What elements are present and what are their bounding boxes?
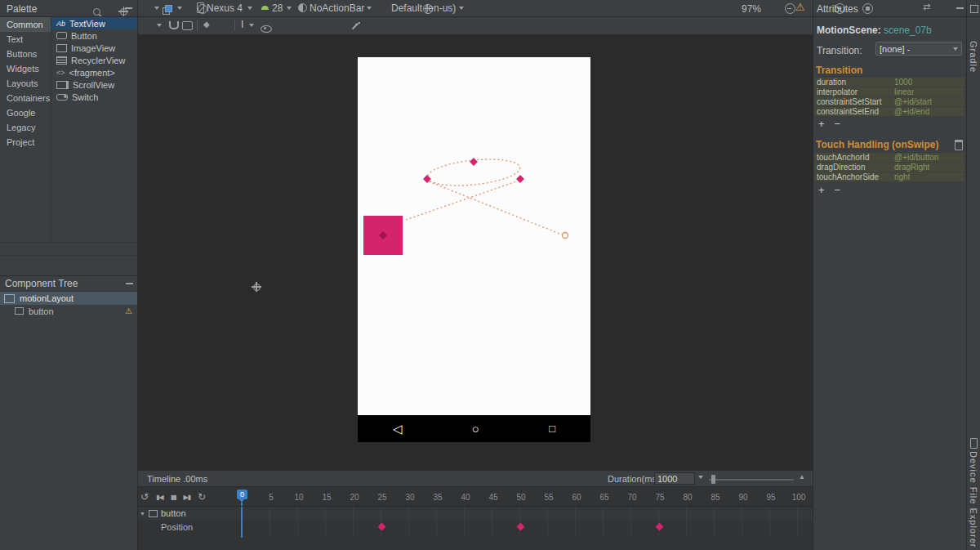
playhead-line[interactable] <box>241 503 243 538</box>
cycle-icon[interactable]: ↺ <box>140 491 149 503</box>
property-name: touchAnchorId <box>817 153 894 162</box>
palette-category-legacy[interactable]: Legacy <box>0 120 51 135</box>
loop-icon[interactable]: ↻ <box>198 491 206 503</box>
ruler-tick: 15 <box>318 493 336 502</box>
add-attribute-button[interactable]: + <box>818 118 825 130</box>
design-surface-caret-icon[interactable] <box>154 7 159 10</box>
slider-max-icon[interactable]: ▲ <box>799 473 805 481</box>
palette-search-icon[interactable] <box>93 8 100 16</box>
text-cursor-icon[interactable]: I <box>241 19 243 30</box>
property-row[interactable]: touchAnchorSide right <box>814 172 964 181</box>
property-value[interactable]: @+id/end <box>894 107 929 116</box>
palette-hide-icon[interactable] <box>125 7 132 9</box>
palette-item-fragment[interactable]: <> <fragment> <box>51 66 137 78</box>
device-file-explorer-tab[interactable]: Device File Explorer <box>969 451 978 548</box>
attributes-split-icon[interactable]: ⇄ <box>923 2 930 12</box>
create-keyframe-icon[interactable]: ◆ <box>203 20 210 29</box>
duration-label: Duration(ms) <box>608 474 660 484</box>
add-attribute-button[interactable]: + <box>818 184 825 196</box>
property-value[interactable]: @+id/button <box>894 153 938 162</box>
palette-category-containers[interactable]: Containers <box>0 91 51 105</box>
orientation-caret-icon[interactable] <box>177 7 182 10</box>
go-to-start-icon[interactable]: ▮◀ <box>156 494 163 501</box>
tree-warning-icon[interactable]: ⚠ <box>125 306 132 315</box>
autoconnect-icon[interactable] <box>169 21 179 29</box>
palette-item-imageview[interactable]: ImageView <box>51 42 137 54</box>
timeline-row-label: button <box>161 508 186 518</box>
duration-slider-thumb[interactable] <box>711 475 715 484</box>
go-to-end-icon[interactable]: ▶▮ <box>183 494 190 501</box>
device-selector[interactable]: Nexus 4 <box>207 2 243 14</box>
palette-item-switch[interactable]: Switch <box>51 91 137 103</box>
attributes-hide-icon[interactable] <box>956 7 964 9</box>
view-options-icon[interactable] <box>261 25 272 33</box>
gradle-tab[interactable]: Gradle <box>969 41 978 73</box>
nav-home-icon[interactable]: ○ <box>472 422 479 436</box>
palette-category-common[interactable]: Common <box>0 17 51 32</box>
view-options-caret-icon[interactable] <box>157 24 162 27</box>
remove-attribute-button[interactable]: − <box>835 118 841 130</box>
default-margins-icon[interactable] <box>182 21 193 30</box>
ruler-tick: 85 <box>706 493 724 502</box>
playhead-marker[interactable]: 0 <box>237 490 247 499</box>
duration-input[interactable] <box>654 472 695 485</box>
property-value[interactable]: dragRight <box>894 163 929 172</box>
device-caret-icon[interactable] <box>247 7 252 10</box>
zoom-to-fit-icon[interactable] <box>862 3 873 14</box>
motionscene-value[interactable]: scene_07b <box>884 25 932 36</box>
divider <box>137 486 813 487</box>
property-row[interactable]: duration 1000 <box>814 78 964 87</box>
palette-category-layouts[interactable]: Layouts <box>0 76 51 91</box>
theme-caret-icon[interactable] <box>367 7 372 10</box>
palette-category-google[interactable]: Google <box>0 105 51 120</box>
text-cursor-caret-icon[interactable] <box>249 24 254 27</box>
property-value[interactable]: right <box>894 172 910 181</box>
api-level-selector[interactable]: 28 <box>272 2 283 14</box>
property-row[interactable]: interpolator linear <box>814 87 964 96</box>
palette-settings-icon[interactable] <box>120 8 127 16</box>
tree-item-button[interactable]: button ⚠ <box>0 305 137 317</box>
property-value[interactable]: 1000 <box>894 78 912 87</box>
timeline-row-position[interactable]: Position <box>161 522 193 532</box>
toolbar-divider <box>234 20 235 31</box>
timeline-row-button[interactable]: ▼ button <box>140 508 186 518</box>
zoom-out-icon[interactable] <box>785 3 795 14</box>
motionlayout-icon <box>4 294 15 303</box>
tree-item-motionlayout[interactable]: motionLayout <box>0 292 137 305</box>
component-tree-hide-icon[interactable] <box>126 283 133 284</box>
delete-onswipe-icon[interactable] <box>955 140 963 150</box>
property-row[interactable]: constraintSetStart @+id/start <box>814 97 964 106</box>
window-layout-icon[interactable] <box>970 5 978 13</box>
palette-item-scrollview[interactable]: ScrollView <box>51 78 137 91</box>
palette-category-project[interactable]: Project <box>0 135 51 150</box>
infer-constraints-icon[interactable] <box>350 21 360 31</box>
palette-category-buttons[interactable]: Buttons <box>0 47 51 61</box>
property-value[interactable]: linear <box>894 87 914 96</box>
ruler-tick: 10 <box>290 493 308 502</box>
palette-item-recyclerview[interactable]: RecyclerView <box>51 54 137 66</box>
button-widget[interactable] <box>363 216 403 255</box>
palette-item-textview[interactable]: Ab TextView <box>51 17 137 29</box>
locale-caret-icon[interactable] <box>459 7 464 10</box>
transition-dropdown[interactable]: [none] - <box>875 42 962 56</box>
remove-attribute-button[interactable]: − <box>835 184 841 196</box>
palette-category-text[interactable]: Text <box>0 32 51 47</box>
property-value[interactable]: @+id/start <box>894 97 932 106</box>
pause-icon[interactable]: ▮▮ <box>171 494 176 501</box>
expander-icon[interactable]: ▼ <box>140 511 145 516</box>
theme-selector[interactable]: NoActionBar <box>310 2 364 14</box>
property-row[interactable]: touchAnchorId @+id/button <box>814 153 964 162</box>
nav-back-icon[interactable]: ◁ <box>393 422 403 436</box>
design-surface-icon[interactable] <box>163 5 172 14</box>
duration-slider-track[interactable] <box>709 479 794 481</box>
imageview-icon <box>56 44 67 52</box>
palette-item-button[interactable]: Button <box>51 29 137 42</box>
property-row[interactable]: constraintSetEnd @+id/end <box>814 107 964 116</box>
palette-category-widgets[interactable]: Widgets <box>0 61 51 76</box>
api-caret-icon[interactable] <box>287 7 292 10</box>
warnings-icon[interactable]: ⚠ <box>795 1 805 13</box>
duration-stepper-icon[interactable] <box>698 476 703 479</box>
property-row[interactable]: dragDirection dragRight <box>814 163 964 172</box>
locale-selector[interactable]: Default (en-us) <box>391 2 456 14</box>
nav-recents-icon[interactable]: □ <box>549 423 555 435</box>
